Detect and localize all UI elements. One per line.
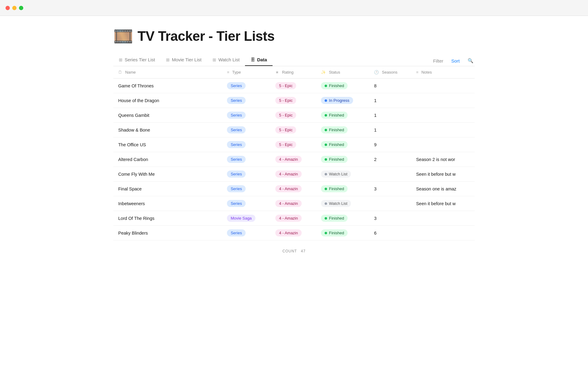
cell-notes	[411, 226, 475, 240]
cell-name: Game Of Thrones	[113, 79, 222, 93]
cell-notes: Seen it before but w	[411, 196, 475, 211]
page-header: 🎞️ TV Tracker - Tier Lists	[113, 28, 475, 44]
type-col-icon: ≡	[227, 70, 229, 75]
rating-badge: 5 - Epic	[275, 82, 296, 89]
cell-name: House of the Dragon	[113, 93, 222, 108]
cell-status: Watch List	[316, 196, 369, 211]
type-badge: Series	[227, 82, 246, 89]
table-row[interactable]: Queens GambitSeries5 - EpicFinished1	[113, 108, 475, 123]
page-content: 🎞️ TV Tracker - Tier Lists ⊞ Series Tier…	[95, 16, 493, 272]
table-row[interactable]: Come Fly With MeSeries4 - AmazinWatch Li…	[113, 167, 475, 182]
col-header-status[interactable]: ✨ Status	[316, 66, 369, 79]
minimize-button[interactable]	[12, 6, 17, 10]
table-row[interactable]: House of the DragonSeries5 - EpicIn Prog…	[113, 93, 475, 108]
table-row[interactable]: Lord Of The RingsMovie Saga4 - AmazinFin…	[113, 211, 475, 226]
tab-watch-list[interactable]: ⊞ Watch List	[207, 54, 245, 66]
table-row[interactable]: InbetweenersSeries4 - AmazinWatch ListSe…	[113, 196, 475, 211]
nav-tabs: ⊞ Series Tier List ⊞ Movie Tier List ⊞ W…	[113, 54, 475, 66]
cell-status: Finished	[316, 152, 369, 167]
cell-type: Series	[222, 79, 270, 93]
cell-rating: 5 - Epic	[270, 79, 316, 93]
type-badge: Series	[227, 171, 246, 178]
status-dot-icon	[325, 188, 327, 190]
cell-rating: 4 - Amazin	[270, 196, 316, 211]
cell-rating: 5 - Epic	[270, 93, 316, 108]
tab-movie-tier[interactable]: ⊞ Movie Tier List	[160, 54, 207, 66]
status-badge: Finished	[321, 156, 348, 163]
status-dot-icon	[325, 173, 327, 175]
status-badge: Finished	[321, 229, 348, 236]
cell-name: Come Fly With Me	[113, 167, 222, 182]
table-row[interactable]: Final SpaceSeries4 - AmazinFinished3Seas…	[113, 182, 475, 196]
cell-notes	[411, 123, 475, 137]
name-col-icon: 🗒	[118, 70, 122, 75]
cell-seasons	[369, 167, 411, 182]
table-row[interactable]: Game Of ThronesSeries5 - EpicFinished8	[113, 79, 475, 93]
status-badge: Finished	[321, 141, 348, 148]
search-icon: 🔍	[468, 58, 473, 63]
type-badge: Series	[227, 229, 246, 236]
cell-type: Series	[222, 152, 270, 167]
cell-rating: 4 - Amazin	[270, 182, 316, 196]
cell-seasons: 1	[369, 123, 411, 137]
filter-button[interactable]: Filter	[432, 58, 444, 64]
cell-seasons: 8	[369, 79, 411, 93]
cell-notes: Season one is amaz	[411, 182, 475, 196]
status-badge: Finished	[321, 112, 348, 119]
status-dot-icon	[325, 144, 327, 146]
table-row[interactable]: Altered CarbonSeries4 - AmazinFinished2S…	[113, 152, 475, 167]
rating-badge: 5 - Epic	[275, 126, 296, 133]
tab-watch-list-label: Watch List	[218, 57, 239, 62]
cell-notes	[411, 211, 475, 226]
tab-series-tier[interactable]: ⊞ Series Tier List	[113, 54, 160, 66]
col-header-seasons[interactable]: 🕐 Seasons	[369, 66, 411, 79]
rating-badge: 5 - Epic	[275, 141, 296, 148]
cell-name: Lord Of The Rings	[113, 211, 222, 226]
cell-name: Shadow & Bone	[113, 123, 222, 137]
table-row[interactable]: Shadow & BoneSeries5 - EpicFinished1	[113, 123, 475, 137]
count-footer: COUNT 47	[113, 249, 475, 253]
sort-button[interactable]: Sort	[450, 58, 461, 64]
tab-data-icon: 🗄	[251, 57, 255, 62]
table-row[interactable]: The Office USSeries5 - EpicFinished9	[113, 137, 475, 152]
cell-seasons: 1	[369, 93, 411, 108]
tab-watch-list-icon: ⊞	[213, 57, 216, 62]
data-table: 🗒 Name ≡ Type ★ Rating ✨ Status 🕐 Se	[113, 66, 475, 240]
cell-type: Movie Saga	[222, 211, 270, 226]
titlebar	[0, 0, 588, 16]
col-header-type[interactable]: ≡ Type	[222, 66, 270, 79]
cell-seasons: 3	[369, 182, 411, 196]
rating-badge: 4 - Amazin	[275, 200, 301, 207]
status-dot-icon	[325, 114, 327, 117]
type-badge: Series	[227, 141, 246, 148]
cell-notes: Season 2 is not wor	[411, 152, 475, 167]
col-header-notes[interactable]: ≡ Notes	[411, 66, 475, 79]
cell-rating: 4 - Amazin	[270, 152, 316, 167]
col-header-rating[interactable]: ★ Rating	[270, 66, 316, 79]
status-dot-icon	[325, 232, 327, 234]
page-title: TV Tracker - Tier Lists	[138, 29, 274, 44]
tab-data[interactable]: 🗄 Data	[245, 54, 273, 66]
cell-seasons: 3	[369, 211, 411, 226]
cell-type: Series	[222, 182, 270, 196]
tab-series-tier-label: Series Tier List	[125, 57, 155, 62]
rating-badge: 4 - Amazin	[275, 215, 301, 222]
cell-seasons: 1	[369, 108, 411, 123]
cell-rating: 4 - Amazin	[270, 211, 316, 226]
cell-name: Inbetweeners	[113, 196, 222, 211]
status-badge: Finished	[321, 185, 348, 192]
cell-rating: 4 - Amazin	[270, 226, 316, 240]
search-button[interactable]: 🔍	[466, 57, 475, 64]
cell-notes	[411, 108, 475, 123]
cell-notes	[411, 79, 475, 93]
close-button[interactable]	[6, 6, 10, 10]
maximize-button[interactable]	[19, 6, 23, 10]
cell-type: Series	[222, 123, 270, 137]
cell-rating: 5 - Epic	[270, 123, 316, 137]
col-header-name[interactable]: 🗒 Name	[113, 66, 222, 79]
rating-badge: 4 - Amazin	[275, 156, 301, 163]
notes-col-icon: ≡	[416, 70, 419, 75]
page-icon: 🎞️	[113, 28, 133, 44]
cell-status: Finished	[316, 123, 369, 137]
table-row[interactable]: Peaky BlindersSeries4 - AmazinFinished6	[113, 226, 475, 240]
